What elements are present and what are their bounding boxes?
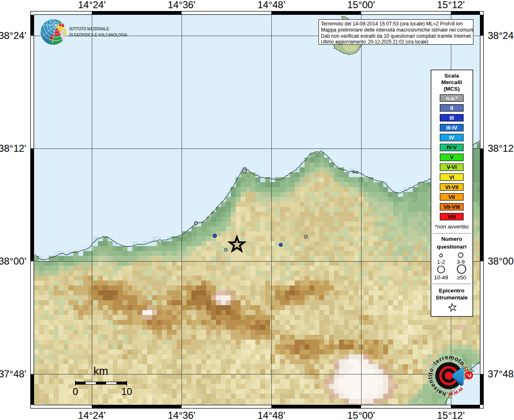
svg-text:Epicentro: Epicentro [439,288,464,294]
svg-text:Dati non verificati estratti d: Dati non verificati estratti da 10 quest… [321,33,472,39]
svg-text:38°00': 38°00' [0,256,26,267]
svg-text:Mappa preliminare delle intens: Mappa preliminare delle intensità macros… [321,27,473,33]
svg-text:14°36': 14°36' [168,0,196,10]
svg-text:(MCS): (MCS) [444,86,460,92]
svg-text:VII: VII [448,194,455,200]
svg-text:IV: IV [449,135,455,141]
svg-text:14°24': 14°24' [78,410,106,420]
svg-text:Terremoto del 14-08-2014 15:07: Terremoto del 14-08-2014 15:07:53 (ora l… [321,21,463,27]
svg-text:Mercalli: Mercalli [441,79,462,85]
svg-text:VI-VII: VI-VII [445,184,459,190]
svg-text:38°12': 38°12' [488,143,514,154]
svg-text:14°48': 14°48' [257,0,285,10]
svg-text:15°00': 15°00' [347,0,375,10]
svg-text:14°48': 14°48' [257,410,285,420]
svg-text:II: II [450,105,453,111]
svg-text:n.a.*: n.a.* [446,95,457,101]
svg-text:37°48': 37°48' [0,368,26,379]
svg-text:15°12': 15°12' [437,410,465,420]
svg-text:III: III [450,115,454,121]
svg-text:VII-VIII: VII-VIII [443,204,460,210]
svg-text:38°00': 38°00' [488,256,514,267]
svg-text:38°12': 38°12' [0,143,26,154]
svg-text:IV-V: IV-V [447,144,457,151]
svg-text:37°48': 37°48' [488,368,514,379]
svg-text:38°24': 38°24' [488,30,514,41]
svg-text:km: km [93,365,108,377]
svg-text:0: 0 [73,386,78,397]
svg-text:Strumentale: Strumentale [436,294,468,301]
svg-text:3-9: 3-9 [457,259,465,265]
svg-text:VI: VI [449,174,454,180]
svg-text:1-2: 1-2 [437,259,445,265]
svg-text:DI GEOFISICA E VULCANOLOGIA: DI GEOFISICA E VULCANOLOGIA [69,32,127,37]
svg-text:14°24': 14°24' [78,0,106,10]
svg-text:VIII: VIII [448,214,456,220]
svg-text:Numero: Numero [441,236,462,242]
svg-text:V: V [450,154,454,160]
svg-text:Scala: Scala [444,73,459,79]
svg-text:15°00': 15°00' [347,410,375,420]
svg-text:Ultimo aggiornamento: 20-12-20: Ultimo aggiornamento: 20-12-2025 21:02 (… [321,39,428,45]
svg-text:ISTITUTO NAZIONALE: ISTITUTO NAZIONALE [69,26,109,31]
svg-text:10-49: 10-49 [434,274,448,281]
svg-text:10: 10 [121,386,132,397]
svg-text:14°36': 14°36' [168,410,196,420]
svg-text:questionari: questionari [437,244,467,250]
svg-text:*non avvertito: *non avvertito [435,224,469,230]
svg-text:III-IV: III-IV [446,125,457,131]
svg-text:≥50: ≥50 [457,274,466,281]
svg-text:38°24': 38°24' [0,30,26,41]
svg-text:V-VI: V-VI [447,164,457,170]
svg-text:15°12': 15°12' [437,0,465,10]
